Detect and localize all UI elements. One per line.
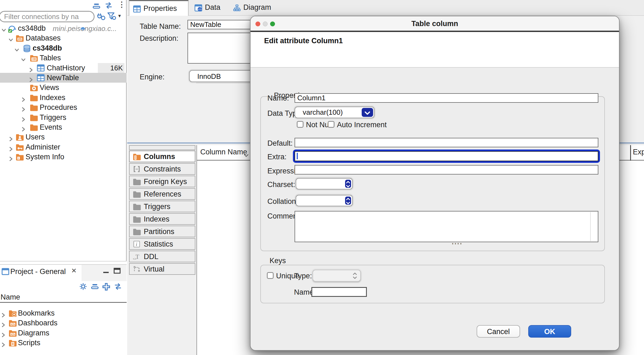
side-tab-ddl[interactable]: T<>DDL xyxy=(129,251,195,262)
auto-increment-checkbox[interactable] xyxy=(328,121,334,128)
not-null-checkbox[interactable] xyxy=(297,121,304,128)
resize-grip[interactable] xyxy=(452,243,461,244)
link-editor-icon[interactable] xyxy=(104,2,113,9)
datatype-combo[interactable]: varchar(100) xyxy=(295,107,374,118)
chevron-down-icon[interactable] xyxy=(362,108,373,117)
minimize-icon[interactable] xyxy=(103,269,109,276)
side-tab-statistics[interactable]: iStatistics xyxy=(129,238,195,250)
tree-chevron-icon[interactable] xyxy=(21,55,26,61)
tree-chevron-icon[interactable] xyxy=(1,310,6,317)
tree-item-chathistory[interactable]: ChatHistory16K xyxy=(0,63,127,73)
svg-text:i: i xyxy=(18,157,19,160)
gear-icon[interactable] xyxy=(79,283,87,290)
editor-tab-data[interactable]: <>Data xyxy=(191,0,227,16)
side-tab-references[interactable]: References xyxy=(129,188,195,200)
column-name-header: Column Name xyxy=(200,148,247,156)
comment-textarea[interactable] xyxy=(295,211,598,242)
link-editor-icon[interactable] xyxy=(114,283,122,290)
editor-tab-diagram[interactable]: Diagram xyxy=(229,0,277,16)
tree-item-users[interactable]: Users xyxy=(0,132,127,142)
project-tab-title[interactable]: Project - General xyxy=(10,267,66,276)
tree-item-cs348db[interactable]: cs348db xyxy=(0,43,127,53)
project-tabbar: Project - General ✕ xyxy=(0,265,127,279)
side-tab-partitions[interactable]: Partitions xyxy=(129,226,195,237)
unique-checkbox[interactable] xyxy=(267,272,274,279)
tree-item-system-info[interactable]: iSystem Info xyxy=(0,152,127,162)
dlg-name-input[interactable] xyxy=(295,93,598,103)
tree-item-cs348db[interactable]: cs348dbmini.peisongxiao.c... xyxy=(0,23,127,33)
tree-item-procedures[interactable]: Procedures xyxy=(0,102,127,112)
tree-item-indexes[interactable]: Indexes xyxy=(0,93,127,102)
project-toolbar xyxy=(0,282,127,292)
tree-chevron-icon[interactable] xyxy=(8,154,14,160)
cancel-button[interactable]: Cancel xyxy=(477,325,520,338)
tree-chevron-icon[interactable] xyxy=(1,340,6,346)
ok-button[interactable]: OK xyxy=(528,325,571,338)
filter-dropdown-arrow[interactable]: ▼ xyxy=(117,14,122,18)
editor-tab-properties[interactable]: Properties xyxy=(129,0,189,16)
key-name-input[interactable] xyxy=(311,287,367,297)
tree-chevron-icon[interactable] xyxy=(28,65,34,71)
tree-chevron-icon[interactable] xyxy=(21,95,26,101)
tree-chevron-icon[interactable] xyxy=(8,134,14,141)
table-name-label: Table Name: xyxy=(140,22,181,31)
tree-item-triggers[interactable]: Triggers xyxy=(0,113,127,122)
extra-input[interactable] xyxy=(293,150,600,163)
tree-item-newtable[interactable]: NewTable xyxy=(0,73,127,83)
folder-grey-icon xyxy=(133,191,141,198)
collation-combo[interactable] xyxy=(296,195,353,206)
side-tab-columns[interactable]: Columns xyxy=(129,151,195,162)
tree-chevron-icon[interactable] xyxy=(14,45,20,52)
project-tab-icon xyxy=(2,268,9,275)
tree-item-tables[interactable]: Tables xyxy=(0,53,127,63)
side-tab-triggers[interactable]: Triggers xyxy=(129,201,195,212)
svg-text:i: i xyxy=(136,241,137,247)
project-name-header[interactable]: Name xyxy=(0,292,127,303)
tree-chevron-icon[interactable] xyxy=(28,75,34,81)
tree-item-administer[interactable]: Administer xyxy=(0,142,127,152)
tree-item-events[interactable]: Events xyxy=(0,122,127,132)
key-type-combo[interactable] xyxy=(312,270,361,282)
tree-chevron-icon[interactable] xyxy=(1,25,7,32)
tree-item-databases[interactable]: Databases xyxy=(0,33,127,43)
filter-connections-input[interactable] xyxy=(0,11,95,22)
menu-dots-icon[interactable]: ⋮ xyxy=(118,0,126,9)
project-item-scripts[interactable]: Scripts xyxy=(0,338,127,348)
tree-chevron-icon[interactable] xyxy=(21,114,26,121)
project-item-bookmarks[interactable]: Bookmarks xyxy=(0,308,127,318)
maximize-icon[interactable] xyxy=(114,267,121,274)
dialog-titlebar[interactable]: Table column xyxy=(251,16,619,32)
collapse-all-icon[interactable] xyxy=(92,2,101,10)
close-icon[interactable]: ✕ xyxy=(71,267,77,275)
tree-chevron-icon[interactable] xyxy=(1,320,6,326)
folder-db-icon xyxy=(16,35,24,42)
sort-chevron-icon[interactable] xyxy=(243,151,249,160)
tree-chevron-icon[interactable] xyxy=(8,35,14,42)
expand-plus-icon[interactable] xyxy=(102,283,110,291)
project-item-diagrams[interactable]: bbDiagrams xyxy=(0,328,127,338)
tree-chevron-icon[interactable] xyxy=(21,124,26,131)
side-tab-virtual[interactable]: Virtual xyxy=(129,263,195,275)
side-tab-constraints[interactable]: Constraints xyxy=(129,163,195,175)
spinner-icon[interactable] xyxy=(345,180,351,188)
spinner-icon[interactable] xyxy=(345,197,351,205)
stats-icon: i xyxy=(133,241,140,248)
charset-combo[interactable] xyxy=(296,178,353,189)
default-input[interactable] xyxy=(295,138,598,147)
connect-plug-icon[interactable] xyxy=(97,12,105,21)
expression-input[interactable] xyxy=(295,165,598,175)
folder-grey-icon xyxy=(133,178,141,186)
tree-chevron-icon[interactable] xyxy=(8,144,14,151)
tree-item-views[interactable]: Views xyxy=(0,83,127,92)
mysql-connection-icon xyxy=(8,25,16,32)
filter-funnel-icon[interactable] xyxy=(107,12,116,21)
side-tab-foreign-keys[interactable]: Foreign Keys xyxy=(129,176,195,187)
dlg-name-label: Name: xyxy=(267,94,289,102)
collapse-all-icon[interactable] xyxy=(91,283,99,290)
tree-chevron-icon[interactable] xyxy=(21,104,26,111)
tab-data-icon: <> xyxy=(195,4,203,11)
side-tab-label: Statistics xyxy=(144,240,173,248)
tree-chevron-icon[interactable] xyxy=(1,330,6,337)
project-item-dashboards[interactable]: bbDashboards xyxy=(0,318,127,328)
side-tab-indexes[interactable]: Indexes xyxy=(129,213,195,225)
